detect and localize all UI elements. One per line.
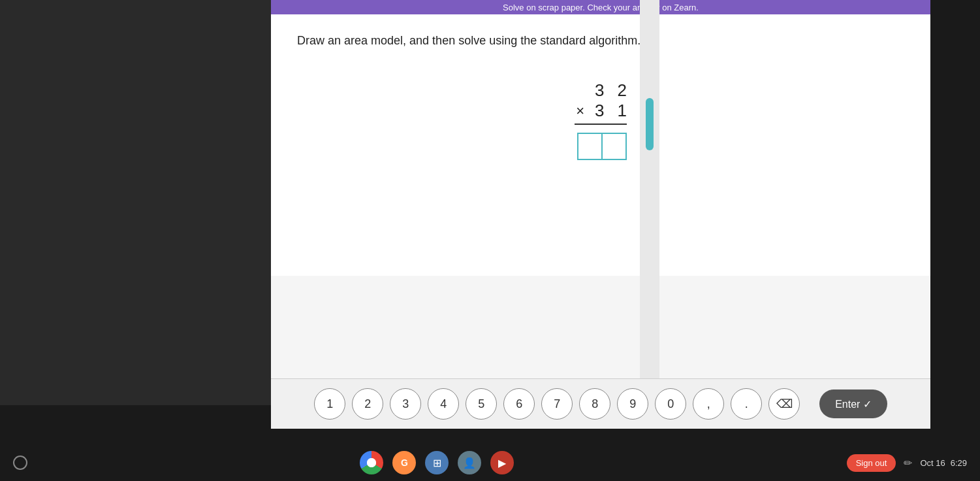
purple-banner: Solve on scrap paper. Check your answer … [271, 0, 930, 14]
taskbar-circle-button[interactable] [13, 456, 27, 470]
instruction-text: Draw an area model, and then solve using… [297, 34, 640, 48]
answer-boxes[interactable] [577, 133, 627, 160]
key-2[interactable]: 2 [352, 388, 383, 420]
main-content: Solve on scrap paper. Check your answer … [271, 0, 930, 405]
key-8[interactable]: 8 [579, 388, 610, 420]
key-3[interactable]: 3 [390, 388, 421, 420]
key-1[interactable]: 1 [314, 388, 345, 420]
enter-button[interactable]: Enter ✓ [819, 390, 887, 418]
pencil-icon[interactable]: ✏ [904, 457, 912, 469]
answer-input-area [577, 130, 627, 160]
files-icon[interactable]: ⊞ [425, 451, 449, 474]
taskbar: G ⊞ 👤 ▶ Sign out ✏ Oct 16 6:29 [0, 444, 980, 481]
taskbar-right: Sign out ✏ Oct 16 6:29 [847, 454, 967, 472]
times-symbol: × [576, 103, 584, 120]
multiplier-row: × 3 1 [576, 101, 627, 121]
keypad-area: 1 2 3 4 5 6 7 8 9 0 , . ⌫ Enter ✓ [271, 378, 930, 429]
time-display: 6:29 [951, 458, 967, 468]
google-search-icon[interactable]: G [392, 451, 416, 474]
key-6[interactable]: 6 [503, 388, 535, 420]
left-panel [0, 0, 271, 405]
chrome-icon[interactable] [360, 451, 383, 474]
content-area: Draw an area model, and then solve using… [271, 14, 930, 276]
date-display: Oct 16 [920, 458, 945, 468]
app-icon-red[interactable]: ▶ [490, 451, 514, 474]
user-icon[interactable]: 👤 [458, 451, 481, 474]
multiplier-ones: 1 [618, 101, 627, 121]
backspace-button[interactable]: ⌫ [768, 388, 800, 420]
key-5[interactable]: 5 [466, 388, 497, 420]
key-4[interactable]: 4 [428, 388, 459, 420]
key-7[interactable]: 7 [541, 388, 573, 420]
multiplicand-tens: 3 [595, 80, 604, 101]
multiplier-tens: 3 [595, 101, 604, 121]
taskbar-icons: G ⊞ 👤 ▶ [360, 451, 514, 474]
sign-out-button[interactable]: Sign out [847, 454, 896, 472]
answer-box-ones[interactable] [602, 133, 627, 160]
multiplicand-row: 3 2 [595, 80, 627, 101]
scrollbar[interactable] [640, 0, 659, 405]
key-period[interactable]: . [731, 388, 762, 420]
key-9[interactable]: 9 [617, 388, 648, 420]
datetime-display: Oct 16 6:29 [920, 458, 967, 468]
instruction-row: Draw an area model, and then solve using… [297, 34, 904, 48]
answer-box-tens[interactable] [577, 133, 602, 160]
math-area: 3 2 × 3 1 [297, 67, 904, 160]
math-underline [575, 124, 627, 125]
banner-text: Solve on scrap paper. Check your answer … [503, 3, 699, 12]
key-0[interactable]: 0 [655, 388, 686, 420]
multiplicand-ones: 2 [618, 80, 627, 101]
key-comma[interactable]: , [693, 388, 724, 420]
scroll-thumb[interactable] [646, 98, 654, 150]
math-container: 3 2 × 3 1 [575, 80, 627, 160]
